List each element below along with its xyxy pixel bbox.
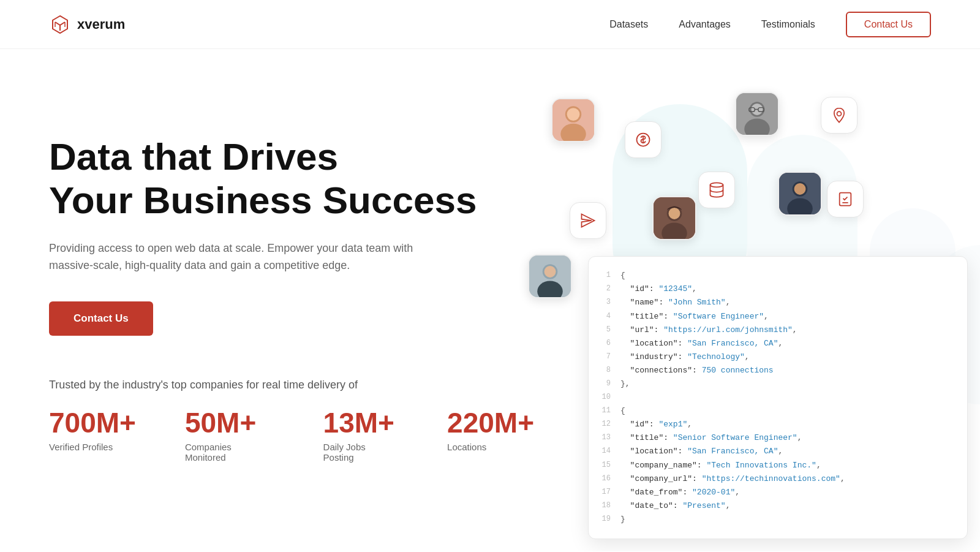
stat-locations: 220M+ Locations <box>447 406 534 463</box>
nav-datasets[interactable]: Datasets <box>609 19 648 30</box>
trusted-label: Trusted by the industry's top companies … <box>49 379 534 391</box>
logo-text: xverum <box>77 17 125 32</box>
code-line-7: 7 "industry": "Technology", <box>589 350 967 364</box>
svg-point-18 <box>669 208 680 219</box>
code-line-19: 19 } <box>589 513 967 526</box>
trusted-section: Trusted by the industry's top companies … <box>49 336 534 463</box>
code-line-9: 9 }, <box>589 377 967 391</box>
code-line-13: 13 "title": "Senior Software Engineer", <box>589 431 967 445</box>
code-line-4: 4 "title": "Software Engineer", <box>589 310 967 323</box>
location-icon <box>831 107 848 124</box>
code-line-8: 8 "connections": 750 connections <box>589 364 967 377</box>
logo[interactable]: xverum <box>49 13 125 36</box>
avatar-face-3 <box>654 196 695 240</box>
database-icon <box>708 181 725 198</box>
hero-left: Data that Drives Your Business Success P… <box>49 86 534 527</box>
icon-bubble-database <box>698 172 735 208</box>
code-line-3: 3 "name": "John Smith", <box>589 296 967 309</box>
stat-label-companies: Companies Monitored <box>185 442 274 463</box>
avatar-5 <box>528 254 572 298</box>
nav-advantages[interactable]: Advantages <box>679 19 731 30</box>
hero-title: Data that Drives Your Business Success <box>49 135 534 222</box>
badge-icon <box>635 131 652 148</box>
stat-jobs: 13M+ Daily Jobs Posting <box>323 406 398 463</box>
avatar-face-1 <box>552 98 594 142</box>
stat-label-profiles: Verified Profiles <box>49 442 136 452</box>
logo-icon <box>49 13 71 36</box>
stat-verified-profiles: 700M+ Verified Profiles <box>49 406 136 463</box>
stat-label-locations: Locations <box>447 442 534 452</box>
avatar-3 <box>652 196 696 240</box>
svg-marker-14 <box>582 214 595 227</box>
code-line-10: 10 <box>589 391 967 404</box>
svg-point-3 <box>567 108 580 121</box>
code-lines: 1 { 2 "id": "12345", 3 "name": "John Smi… <box>589 269 967 526</box>
stat-number-profiles: 700M+ <box>49 406 136 439</box>
stats-row: 700M+ Verified Profiles 50M+ Companies M… <box>49 406 534 463</box>
stat-number-jobs: 13M+ <box>323 406 398 439</box>
avatar-1 <box>551 98 595 142</box>
code-line-1: 1 { <box>589 269 967 282</box>
navigation: xverum Datasets Advantages Testimonials … <box>0 0 980 49</box>
svg-point-28 <box>545 266 556 278</box>
code-line-12: 12 "id": "exp1", <box>589 418 967 431</box>
code-line-16: 16 "company_url": "https://techinnovatio… <box>589 472 967 486</box>
icon-bubble-location <box>821 97 858 134</box>
stat-number-companies: 50M+ <box>185 406 274 439</box>
nav-contact-button[interactable]: Contact Us <box>846 12 931 37</box>
stat-number-locations: 220M+ <box>447 406 534 439</box>
hero-contact-button[interactable]: Contact Us <box>49 301 153 336</box>
avatar-face-5 <box>529 254 571 298</box>
icon-bubble-checklist <box>827 181 864 217</box>
code-line-2: 2 "id": "12345", <box>589 282 967 296</box>
code-line-18: 18 "date_to": "Present", <box>589 499 967 513</box>
nav-testimonials[interactable]: Testimonials <box>761 19 815 30</box>
icon-bubble-badge <box>625 121 662 158</box>
svg-point-12 <box>837 112 842 116</box>
code-line-6: 6 "location": "San Francisco, CA", <box>589 337 967 350</box>
code-line-15: 15 "company_name": "Tech Innovations Inc… <box>589 459 967 472</box>
avatar-4 <box>778 172 822 216</box>
svg-point-24 <box>794 183 806 195</box>
code-line-17: 17 "date_from": "2020-01", <box>589 486 967 499</box>
avatar-2 <box>735 92 779 136</box>
avatar-face-2 <box>736 92 778 136</box>
stat-companies: 50M+ Companies Monitored <box>185 406 274 463</box>
svg-point-13 <box>710 183 723 187</box>
code-line-5: 5 "url": "https://url.com/johnsmith", <box>589 323 967 337</box>
hero-subtitle: Providing access to open web data at sca… <box>49 240 417 275</box>
code-line-11: 11 { <box>589 404 967 418</box>
stat-label-jobs: Daily Jobs Posting <box>323 442 398 463</box>
nav-links: Datasets Advantages Testimonials Contact… <box>609 12 931 37</box>
hero-right: 1 { 2 "id": "12345", 3 "name": "John Smi… <box>534 86 931 527</box>
avatar-face-4 <box>779 172 821 216</box>
checklist-icon <box>837 191 854 208</box>
send-icon <box>579 212 597 229</box>
code-line-14: 14 "location": "San Francisco, CA", <box>589 445 967 458</box>
hero-section: Data that Drives Your Business Success P… <box>0 49 980 551</box>
icon-bubble-send <box>570 202 606 239</box>
code-panel: 1 { 2 "id": "12345", 3 "name": "John Smi… <box>588 256 968 539</box>
